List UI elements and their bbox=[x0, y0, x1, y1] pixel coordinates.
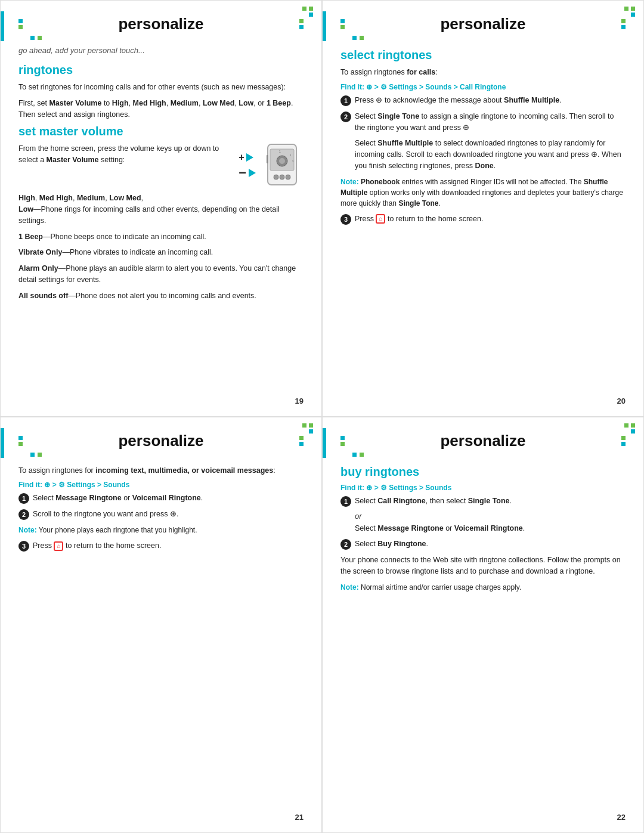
step-21-2: 2 Scroll to the ringtone you want and pr… bbox=[18, 509, 304, 520]
step-num-22-1: 1 bbox=[340, 496, 351, 507]
deco-dot bbox=[302, 7, 306, 11]
step-20-2-continued: Select Shuffle Multiple to select downlo… bbox=[355, 138, 626, 171]
step-num-3: 3 bbox=[340, 214, 351, 225]
deco-dot bbox=[360, 453, 364, 457]
panel-title: personalize bbox=[349, 432, 617, 450]
deco-dot bbox=[631, 13, 635, 17]
note-22-airtime: Note: Normal airtime and/or carrier usag… bbox=[340, 582, 626, 593]
step-text-3: Press ⌂ to return to the home screen. bbox=[355, 213, 626, 225]
svg-rect-2 bbox=[267, 155, 268, 163]
deco-dot bbox=[352, 36, 357, 40]
select-ringtones-heading: select ringtones bbox=[340, 48, 626, 62]
panel-20: personalize select ringtones To assign r… bbox=[322, 0, 644, 417]
deco-dot bbox=[631, 423, 635, 428]
deco-dot bbox=[340, 25, 345, 29]
plus-sign: + bbox=[239, 152, 244, 163]
step-text-21-1: Select Message Ringtone or Voicemail Rin… bbox=[33, 493, 304, 504]
svg-point-5 bbox=[286, 175, 290, 179]
step-text-1: Press ⊕ to acknowledge the message about… bbox=[355, 95, 626, 106]
deco-dot bbox=[621, 442, 626, 446]
note-21-highlight: Note: Your phone plays each ringtone tha… bbox=[18, 525, 304, 535]
ringtones-intro: To set ringtones for incoming calls and … bbox=[18, 82, 304, 93]
step-num-2: 2 bbox=[340, 112, 351, 122]
master-volume-text: From the home screen, press the volume k… bbox=[18, 143, 231, 166]
deco-dot bbox=[624, 7, 628, 11]
vol-beep-item: 1 Beep—Phone beeps once to indicate an i… bbox=[18, 231, 304, 243]
deco-dot bbox=[38, 36, 42, 40]
deco-dot bbox=[309, 423, 313, 428]
master-volume-section: From the home screen, press the volume k… bbox=[18, 143, 304, 188]
step-num-21-3: 3 bbox=[18, 541, 29, 552]
panel-title: personalize bbox=[27, 432, 295, 450]
deco-dot bbox=[621, 19, 626, 23]
deco-dot bbox=[18, 19, 23, 23]
deco-dot bbox=[340, 19, 345, 23]
deco-dot bbox=[309, 7, 313, 11]
step-22-1: 1 Select Call Ringtone, then select Sing… bbox=[340, 496, 626, 507]
right-arrow-up bbox=[246, 153, 253, 162]
deco-dot bbox=[38, 453, 42, 457]
left-accent-bar bbox=[323, 428, 326, 458]
panel-title: personalize bbox=[349, 15, 617, 33]
step-text-21-2: Scroll to the ringtone you want and pres… bbox=[33, 509, 304, 520]
step-text-22-1: Select Call Ringtone, then select Single… bbox=[355, 496, 626, 507]
panel-21-intro: To assign ringtones for incoming text, m… bbox=[18, 465, 304, 476]
panel-title: personalize bbox=[27, 15, 295, 33]
left-accent-bar bbox=[323, 11, 326, 41]
left-accent-bar bbox=[1, 11, 4, 41]
deco-dot bbox=[299, 25, 304, 29]
or-text-22: or bbox=[355, 512, 626, 521]
page-number-21: 21 bbox=[295, 813, 304, 822]
ringtones-first-step: First, set Master Volume to High, Med Hi… bbox=[18, 98, 304, 120]
deco-dot bbox=[30, 36, 35, 40]
vol-alloff-item: All sounds off—Phone does not alert you … bbox=[18, 290, 304, 302]
deco-dot bbox=[18, 442, 23, 446]
page-number-20: 20 bbox=[617, 397, 626, 405]
deco-dot bbox=[299, 19, 304, 23]
phone-svg: 1 2 3 bbox=[261, 143, 304, 186]
set-master-volume-heading: set master volume bbox=[18, 125, 304, 138]
deco-dot bbox=[360, 36, 364, 40]
step-22-1b: Select Message Ringtone or Voicemail Rin… bbox=[355, 523, 626, 534]
deco-dot bbox=[18, 436, 23, 440]
page-grid: personalize go ahead, add your personal … bbox=[0, 0, 644, 833]
phone-diagram: 1 2 3 bbox=[261, 143, 304, 188]
select-ringtones-intro: To assign ringtones for calls: bbox=[340, 67, 626, 78]
svg-text:1: 1 bbox=[279, 150, 281, 153]
vol-alarm-item: Alarm Only—Phone plays an audible alarm … bbox=[18, 263, 304, 286]
find-it-22: Find it: ⊕ > ⚙ Settings > Sounds bbox=[340, 484, 626, 492]
step-20-3: 3 Press ⌂ to return to the home screen. bbox=[340, 213, 626, 225]
panel-19: personalize go ahead, add your personal … bbox=[0, 0, 322, 417]
deco-dot bbox=[340, 436, 345, 440]
buy-ringtones-body: Your phone connects to the Web site with… bbox=[340, 555, 626, 577]
deco-dot bbox=[340, 442, 345, 446]
deco-dot bbox=[30, 453, 35, 457]
deco-dot bbox=[309, 13, 313, 17]
page-number-22: 22 bbox=[617, 813, 626, 822]
plus-arrow-row: + bbox=[239, 152, 256, 163]
svg-point-7 bbox=[279, 158, 285, 164]
volume-arrows: + − bbox=[239, 152, 256, 179]
svg-point-4 bbox=[280, 175, 284, 179]
step-21-1: 1 Select Message Ringtone or Voicemail R… bbox=[18, 493, 304, 504]
vol-vibrate-item: Vibrate Only—Phone vibrates to indicate … bbox=[18, 247, 304, 258]
left-accent-bar bbox=[1, 428, 4, 458]
deco-dot bbox=[302, 423, 306, 428]
step-num-21-2: 2 bbox=[18, 509, 29, 520]
deco-dot bbox=[18, 25, 23, 29]
note-20-phonebook: Note: Phonebook entries with assigned Ri… bbox=[340, 176, 626, 209]
volume-diagram: + − bbox=[239, 143, 304, 188]
find-it-21: Find it: ⊕ > ⚙ Settings > Sounds bbox=[18, 481, 304, 489]
minus-arrow-row: − bbox=[239, 166, 256, 179]
svg-point-3 bbox=[274, 175, 278, 179]
deco-dot bbox=[631, 7, 635, 11]
minus-sign: − bbox=[239, 166, 246, 179]
deco-dot bbox=[621, 436, 626, 440]
deco-dot bbox=[309, 429, 313, 433]
deco-dot bbox=[631, 429, 635, 433]
panel-21: personalize To assign ringtones for inco… bbox=[0, 417, 322, 834]
step-20-1: 1 Press ⊕ to acknowledge the message abo… bbox=[340, 95, 626, 106]
step-num-1: 1 bbox=[340, 95, 351, 106]
step-text-2: Select Single Tone to assign a single ri… bbox=[355, 111, 626, 134]
deco-dot bbox=[299, 436, 304, 440]
